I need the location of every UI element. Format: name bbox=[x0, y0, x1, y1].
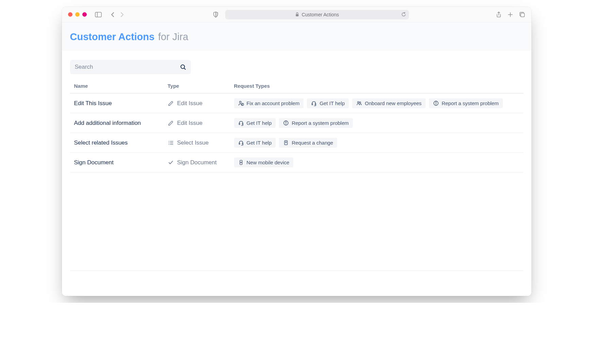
person-alert-icon bbox=[238, 100, 244, 106]
address-bar-title: Customer Actions bbox=[302, 12, 339, 17]
request-type-chip[interactable]: Get IT help bbox=[234, 118, 276, 128]
main-content: Name Type Request Types Edit This IssueE… bbox=[62, 50, 531, 296]
svg-point-23 bbox=[168, 142, 169, 143]
search-icon bbox=[180, 64, 186, 70]
svg-rect-11 bbox=[315, 103, 316, 105]
new-tab-icon[interactable] bbox=[508, 12, 513, 18]
app-title-secondary: for Jira bbox=[158, 31, 188, 42]
svg-rect-29 bbox=[242, 143, 243, 144]
search-input[interactable] bbox=[75, 64, 180, 70]
request-type-chip[interactable]: Report a system problem bbox=[429, 98, 503, 108]
request-type-chip[interactable]: New mobile device bbox=[234, 158, 294, 167]
share-icon[interactable] bbox=[496, 12, 501, 18]
reload-icon[interactable] bbox=[401, 12, 406, 17]
svg-point-6 bbox=[239, 101, 241, 103]
request-type-label: Fix an account problem bbox=[247, 100, 300, 106]
request-type-label: Request a change bbox=[292, 140, 333, 146]
forward-button[interactable] bbox=[118, 12, 126, 18]
row-type: Sign Document bbox=[168, 159, 234, 166]
lock-icon bbox=[295, 12, 299, 17]
svg-line-5 bbox=[184, 68, 185, 69]
row-type: Edit Issue bbox=[168, 120, 234, 127]
close-window-button[interactable] bbox=[68, 12, 72, 17]
privacy-shield-icon[interactable] bbox=[213, 12, 218, 18]
check-icon bbox=[168, 160, 174, 166]
svg-rect-18 bbox=[242, 123, 243, 125]
chrome-right-controls bbox=[496, 12, 525, 18]
svg-rect-17 bbox=[239, 123, 240, 125]
app-title-primary: Customer Actions bbox=[70, 31, 155, 42]
table-row[interactable]: Edit This IssueEdit IssueFix an account … bbox=[70, 94, 523, 113]
row-type-label: Edit Issue bbox=[177, 100, 203, 107]
people-icon bbox=[356, 100, 362, 106]
column-header-name: Name bbox=[74, 83, 168, 89]
request-type-label: New mobile device bbox=[247, 160, 290, 165]
row-name: Sign Document bbox=[74, 159, 168, 166]
row-type: Select Issue bbox=[168, 139, 234, 146]
address-bar[interactable]: Customer Actions bbox=[225, 10, 409, 19]
svg-rect-10 bbox=[312, 103, 313, 105]
pencil-icon bbox=[168, 100, 174, 106]
request-type-label: Report a system problem bbox=[292, 120, 349, 126]
request-type-chip[interactable]: Onboard new employees bbox=[352, 98, 426, 108]
svg-point-12 bbox=[358, 101, 359, 103]
row-type-label: Sign Document bbox=[177, 159, 217, 166]
back-button[interactable] bbox=[109, 12, 117, 18]
book-icon bbox=[283, 140, 289, 146]
row-request-types: Get IT helpReport a system problem bbox=[234, 118, 519, 128]
request-type-chip[interactable]: Get IT help bbox=[307, 98, 349, 108]
request-type-label: Get IT help bbox=[247, 120, 272, 126]
request-type-chip[interactable]: Request a change bbox=[279, 138, 337, 148]
app-header: Customer Actions for Jira bbox=[62, 22, 531, 50]
alert-circle-icon bbox=[433, 100, 439, 106]
row-type: Edit Issue bbox=[168, 100, 234, 107]
svg-rect-3 bbox=[521, 13, 524, 17]
table-header: Name Type Request Types bbox=[70, 83, 523, 94]
svg-point-24 bbox=[168, 144, 169, 145]
svg-rect-2 bbox=[296, 14, 298, 17]
table-body: Edit This IssueEdit IssueFix an account … bbox=[70, 94, 523, 172]
request-type-chip[interactable]: Report a system problem bbox=[279, 118, 353, 128]
request-type-chip[interactable]: Fix an account problem bbox=[234, 98, 304, 108]
alert-circle-icon bbox=[283, 120, 289, 126]
column-header-request-types: Request Types bbox=[234, 83, 519, 89]
traffic-lights bbox=[68, 12, 87, 17]
request-type-label: Onboard new employees bbox=[365, 100, 422, 106]
headset-icon bbox=[238, 120, 244, 126]
request-type-label: Get IT help bbox=[319, 100, 345, 106]
svg-point-9 bbox=[242, 105, 243, 105]
table-row[interactable]: Add additional informationEdit IssueGet … bbox=[70, 113, 523, 133]
nav-arrows bbox=[109, 12, 126, 18]
search-box[interactable] bbox=[70, 60, 191, 74]
row-request-types: Fix an account problemGet IT helpOnboard… bbox=[234, 98, 519, 108]
row-request-types: New mobile device bbox=[234, 158, 519, 167]
request-type-chip[interactable]: Get IT help bbox=[234, 138, 276, 148]
svg-rect-28 bbox=[239, 143, 240, 144]
phone-plus-icon bbox=[238, 160, 244, 165]
row-type-label: Edit Issue bbox=[177, 120, 203, 127]
svg-point-21 bbox=[286, 124, 286, 125]
svg-point-16 bbox=[436, 104, 436, 105]
minimize-window-button[interactable] bbox=[75, 12, 80, 17]
footer-divider bbox=[70, 270, 523, 271]
row-name: Edit This Issue bbox=[74, 100, 168, 107]
request-type-label: Report a system problem bbox=[442, 100, 499, 106]
maximize-window-button[interactable] bbox=[82, 12, 87, 17]
headset-icon bbox=[238, 140, 244, 146]
tabs-overview-icon[interactable] bbox=[519, 12, 525, 18]
row-name: Add additional information bbox=[74, 120, 168, 127]
row-name: Select related Issues bbox=[74, 139, 168, 146]
table-row[interactable]: Select related IssuesSelect IssueGet IT … bbox=[70, 133, 523, 153]
list-icon bbox=[168, 140, 174, 146]
actions-table: Name Type Request Types Edit This IssueE… bbox=[70, 83, 523, 172]
headset-icon bbox=[311, 100, 317, 106]
svg-point-22 bbox=[168, 141, 169, 142]
column-header-type: Type bbox=[168, 83, 234, 89]
sidebar-toggle-icon[interactable] bbox=[95, 12, 102, 17]
browser-chrome: Customer Actions bbox=[62, 7, 531, 22]
row-type-label: Select Issue bbox=[177, 139, 209, 146]
svg-point-13 bbox=[360, 102, 361, 103]
pencil-icon bbox=[168, 120, 174, 126]
svg-rect-0 bbox=[95, 12, 101, 17]
table-row[interactable]: Sign DocumentSign DocumentNew mobile dev… bbox=[70, 153, 523, 172]
